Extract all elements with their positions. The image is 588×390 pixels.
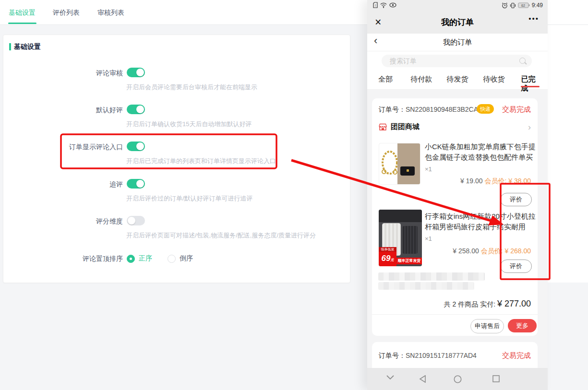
coupon-badge: 领券低至 69元 xyxy=(379,247,396,266)
product-title[interactable]: 行李箱女ins网红新款20寸小登机拉杆箱男密码旅行皮箱子结实耐用 xyxy=(425,211,541,232)
total-amount: ¥ 277.00 xyxy=(497,299,531,308)
wifi-icon xyxy=(380,2,387,8)
product-image-bag[interactable] xyxy=(379,143,420,185)
tab-pending-shipment[interactable]: 待发货 xyxy=(447,75,468,84)
chain-graphic xyxy=(379,143,398,184)
setting-description: 开启后已完成订单的列表页和订单详情页显示评论入口 xyxy=(126,157,276,165)
alarm-icon xyxy=(502,2,508,9)
review-button-1[interactable]: 评价 xyxy=(500,193,532,206)
eye-icon xyxy=(389,2,396,8)
dark-suitcase xyxy=(403,226,418,254)
product-image-luggage[interactable]: 领券低至 69元 顺丰正常发货 xyxy=(379,210,422,266)
toggle-knob xyxy=(136,106,144,113)
wechat-header: × 我的订单 ••• xyxy=(367,11,548,34)
order-total: 共 2 件商品 实付: ¥ 277.00 xyxy=(444,299,531,309)
svg-text:!: ! xyxy=(375,4,376,7)
radio-ascending-label[interactable]: 正序 xyxy=(139,254,152,263)
order-card-1: 订单号：SN2208190948E3B2CA 快递 交易完成 团团商城 › 小C… xyxy=(372,98,538,336)
tab-basic-settings[interactable]: 基础设置 xyxy=(9,9,36,17)
tab-pending-receipt[interactable]: 待收货 xyxy=(483,75,505,84)
chevron-right-icon[interactable]: › xyxy=(528,122,531,132)
photo-background xyxy=(379,210,422,222)
order-number: 订单号：SN2109151718777AD4 xyxy=(379,352,477,360)
phone-screenshot: ! 62 9:49 × 我的订单 ••• ‹ 我的订单 搜索订单 全部 待付款 … xyxy=(367,0,548,390)
setting-label: 订单显示评论入口 xyxy=(36,143,123,152)
toggle-knob xyxy=(136,69,144,76)
setting-description: 开启后会员评论需要后台审核后才能在前端显示 xyxy=(126,83,257,92)
settings-card: 基础设置 评论审核 开启后会员评论需要后台审核后才能在前端显示 默认好评 开启后… xyxy=(3,35,350,283)
sd-card-icon: ! xyxy=(373,2,378,8)
setting-label: 追评 xyxy=(36,180,123,189)
search-placeholder: 搜索订单 xyxy=(390,57,417,66)
search-row: 搜索订单 xyxy=(367,51,548,70)
toggle-comment-audit[interactable] xyxy=(127,68,145,77)
product-qty: ×1 xyxy=(425,165,432,173)
android-nav-bar xyxy=(367,368,548,390)
tab-all[interactable]: 全部 xyxy=(378,75,393,84)
active-tab-underline xyxy=(521,86,540,87)
toggle-knob xyxy=(136,142,144,150)
setting-description: 开启后评价过的订单/默认好评订单可进行追评 xyxy=(126,194,253,203)
admin-right-whitespace xyxy=(548,25,588,283)
setting-label: 评论置顶排序 xyxy=(36,255,123,263)
battery-icon: 62 xyxy=(518,2,530,8)
vibrate-icon xyxy=(510,2,516,9)
tab-audit-list[interactable]: 审核列表 xyxy=(97,9,124,17)
order-status: 交易完成 xyxy=(502,105,531,114)
radio-ascending[interactable] xyxy=(127,255,135,263)
radio-descending[interactable] xyxy=(168,255,176,263)
setting-label: 评分维度 xyxy=(36,217,123,226)
android-back-icon[interactable] xyxy=(419,375,426,383)
member-price: 会员价: ¥ 268.00 xyxy=(481,247,531,255)
app-nav-bar: ‹ 我的订单 xyxy=(367,34,548,51)
android-recents-icon[interactable] xyxy=(492,375,500,382)
product-price: ¥ 258.00 会员价: ¥ 268.00 xyxy=(453,247,531,256)
tab-review-list[interactable]: 评价列表 xyxy=(53,9,80,17)
order-number: 订单号：SN2208190948E3B2CA xyxy=(379,106,478,114)
product-qty: ×1 xyxy=(425,235,432,242)
delivery-badge: 快递 xyxy=(477,104,494,114)
divider xyxy=(372,314,538,315)
censored-address xyxy=(378,272,485,290)
review-button-2[interactable]: 评价 xyxy=(500,260,532,273)
android-home-icon[interactable] xyxy=(454,375,462,383)
tab-completed[interactable]: 已完成 xyxy=(521,75,539,93)
order-status: 交易完成 xyxy=(502,351,531,360)
shop-row[interactable]: 团团商城 xyxy=(379,122,420,131)
svg-text:62: 62 xyxy=(521,4,525,7)
model-photo xyxy=(397,143,420,184)
order-tabs: 全部 待付款 待发货 待收货 已完成 xyxy=(367,70,548,90)
radio-descending-label[interactable]: 倒序 xyxy=(180,254,193,263)
product-price: ¥ 19.00 会员价: ¥ 38.00 xyxy=(460,177,531,186)
section-title: 基础设置 xyxy=(9,43,41,51)
hide-keyboard-icon[interactable] xyxy=(386,375,394,380)
toggle-followup-review[interactable] xyxy=(127,179,145,189)
setting-description: 开启后评价页面可对描述/包装,物流服务/配送,服务态度/质量进行评分 xyxy=(126,231,316,240)
toggle-rating-dimension[interactable] xyxy=(127,216,145,225)
toggle-knob xyxy=(136,180,144,188)
more-icon[interactable]: ••• xyxy=(528,14,539,23)
toggle-knob xyxy=(128,217,135,225)
search-input[interactable]: 搜索订单 xyxy=(382,55,532,67)
more-actions-button[interactable]: 更多 xyxy=(508,319,537,332)
shipping-badge: 顺丰正常发货 xyxy=(396,258,422,264)
setting-label: 评论审核 xyxy=(36,69,123,78)
active-tab-underline xyxy=(8,23,36,24)
product-title[interactable]: 小CK链条加粗加宽单肩腋下包手提包金属链子改造替换包包配件单买 xyxy=(425,142,541,163)
search-icon xyxy=(519,58,526,64)
app-nav-title: 我的订单 xyxy=(367,38,548,47)
status-time: 9:49 xyxy=(532,2,543,9)
shop-name: 团团商城 xyxy=(391,122,420,131)
after-sale-button[interactable]: 申请售后 xyxy=(470,319,504,333)
toggle-order-review-entry[interactable] xyxy=(127,142,145,151)
member-price: 会员价: ¥ 38.00 xyxy=(485,177,531,185)
storefront-icon xyxy=(379,123,387,131)
wechat-title: 我的订单 xyxy=(367,17,548,28)
tab-pending-payment[interactable]: 待付款 xyxy=(411,75,432,84)
status-bar: ! 62 9:49 xyxy=(367,0,548,11)
toggle-default-good-review[interactable] xyxy=(127,105,145,114)
setting-label: 默认好评 xyxy=(36,106,123,115)
setting-description: 开启后订单确认收货15天后自动增加默认好评 xyxy=(126,120,252,129)
